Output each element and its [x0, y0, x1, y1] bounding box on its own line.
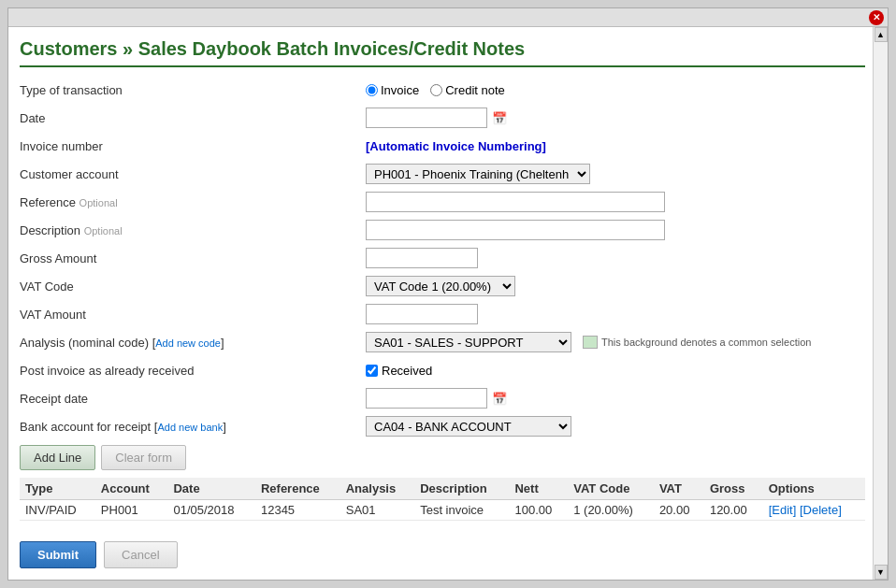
col-vat: VAT: [654, 478, 704, 500]
scroll-up-arrow[interactable]: ▲: [874, 27, 888, 42]
edit-link[interactable]: [Edit]: [769, 503, 797, 517]
action-row: Add Line Clear form: [20, 445, 865, 470]
invoice-number-row: Invoice number [Automatic Invoice Number…: [20, 135, 865, 157]
table-row: INV/PAIDPH00101/05/201812345SA01Test inv…: [20, 500, 865, 521]
table-cell: Test invoice: [414, 500, 509, 521]
table-cell: 120.00: [704, 500, 763, 521]
date-input[interactable]: 01/05/2018: [366, 108, 487, 128]
cancel-button[interactable]: Cancel: [104, 541, 177, 568]
scroll-down-arrow[interactable]: ▼: [874, 565, 888, 580]
add-line-button[interactable]: Add Line: [20, 445, 95, 470]
table-cell: 1 (20.00%): [568, 500, 654, 521]
col-analysis: Analysis: [340, 478, 414, 500]
scrollbar[interactable]: ▲ ▼: [873, 27, 888, 580]
col-vat-code: VAT Code: [568, 478, 654, 500]
submit-button[interactable]: Submit: [20, 541, 96, 568]
receipt-date-row: Receipt date 01/05/2018 📅: [20, 387, 865, 409]
analysis-control: SA01 - SALES - SUPPORT This background d…: [366, 332, 865, 352]
col-gross: Gross: [704, 478, 763, 500]
vat-amount-control: 12.00: [366, 304, 865, 324]
date-label: Date: [20, 111, 366, 125]
credit-note-radio-label[interactable]: Credit note: [430, 83, 505, 97]
reference-optional: Optional: [79, 197, 118, 208]
receipt-date-input[interactable]: 01/05/2018: [366, 388, 487, 409]
bank-account-label: Bank account for receipt [Add new bank]: [20, 420, 366, 434]
table-cell: 20.00: [654, 500, 704, 521]
col-date: Date: [167, 478, 254, 500]
received-label: Received: [382, 364, 432, 378]
reference-input[interactable]: 12532: [366, 192, 665, 212]
common-bg-indicator: This background denotes a common selecti…: [583, 336, 811, 349]
received-checkbox-row: Received: [366, 364, 432, 378]
description-label: Description Optional: [20, 223, 366, 237]
receipt-date-label: Receipt date: [20, 392, 366, 406]
vat-amount-label: VAT Amount: [20, 308, 366, 322]
gross-amount-input[interactable]: 72.00: [366, 248, 478, 268]
invoice-number-control: [Automatic Invoice Numbering]: [366, 139, 865, 153]
invoice-number-label: Invoice number: [20, 139, 366, 153]
submit-row: Submit Cancel: [20, 541, 178, 568]
date-calendar-icon[interactable]: 📅: [491, 109, 508, 126]
gross-amount-row: Gross Amount 72.00: [20, 247, 865, 269]
auto-invoice-text: [Automatic Invoice Numbering]: [366, 139, 546, 153]
customer-account-select[interactable]: PH001 - Phoenix Training (Cheltenh: [366, 164, 590, 184]
description-input[interactable]: Test Invoice 2: [366, 220, 665, 240]
description-control: Test Invoice 2: [366, 220, 865, 240]
post-invoice-control: Received: [366, 364, 865, 378]
add-new-code-link[interactable]: Add new code: [155, 337, 221, 349]
add-new-bank-link[interactable]: Add new bank: [157, 422, 223, 433]
transaction-type-label: Type of transaction: [20, 83, 366, 97]
common-bg-box: [583, 336, 598, 349]
table-cell: 01/05/2018: [167, 500, 254, 521]
bank-account-row: Bank account for receipt [Add new bank] …: [20, 415, 865, 437]
invoice-radio-label[interactable]: Invoice: [366, 83, 419, 97]
description-row: Description Optional Test Invoice 2: [20, 219, 865, 241]
col-account: Account: [95, 478, 168, 500]
table-cell: INV/PAID: [20, 500, 95, 521]
credit-note-radio[interactable]: [430, 84, 442, 96]
bank-account-control: CA04 - BANK ACCOUNT: [366, 416, 865, 437]
received-checkbox[interactable]: [366, 365, 378, 377]
gross-amount-control: 72.00: [366, 248, 865, 268]
clear-form-button[interactable]: Clear form: [101, 445, 186, 470]
receipt-date-calendar-icon[interactable]: 📅: [491, 390, 508, 407]
analysis-label: Analysis (nominal code) [Add new code]: [20, 336, 366, 350]
delete-link[interactable]: [Delete]: [800, 503, 842, 517]
table-options-cell: [Edit] [Delete]: [763, 500, 865, 521]
vat-code-select[interactable]: VAT Code 1 (20.00%): [366, 276, 515, 296]
vat-amount-row: VAT Amount 12.00: [20, 303, 865, 325]
post-invoice-row: Post invoice as already received Receive…: [20, 359, 865, 381]
invoices-table: Type Account Date Reference Analysis Des…: [20, 478, 865, 521]
col-type: Type: [20, 478, 95, 500]
bank-account-select[interactable]: CA04 - BANK ACCOUNT: [366, 416, 571, 437]
col-options: Options: [763, 478, 865, 500]
table-header-row: Type Account Date Reference Analysis Des…: [20, 478, 865, 500]
post-invoice-label: Post invoice as already received: [20, 364, 366, 378]
reference-row: Reference Optional 12532: [20, 191, 865, 213]
vat-amount-input[interactable]: 12.00: [366, 304, 478, 324]
vat-code-row: VAT Code VAT Code 1 (20.00%): [20, 275, 865, 297]
transaction-type-control: Invoice Credit note: [366, 83, 865, 97]
common-bg-text: This background denotes a common selecti…: [601, 337, 811, 348]
receipt-date-control: 01/05/2018 📅: [366, 388, 865, 409]
analysis-select[interactable]: SA01 - SALES - SUPPORT: [366, 332, 571, 352]
col-reference: Reference: [255, 478, 340, 500]
description-optional: Optional: [84, 225, 123, 237]
transaction-type-row: Type of transaction Invoice Credit note: [20, 79, 865, 101]
vat-code-control: VAT Code 1 (20.00%): [366, 276, 865, 296]
date-row: Date 01/05/2018 📅: [20, 107, 865, 129]
title-bar: ✕: [8, 8, 888, 27]
invoice-radio[interactable]: [366, 84, 378, 96]
customer-account-label: Customer account: [20, 167, 366, 181]
date-control: 01/05/2018 📅: [366, 108, 865, 128]
reference-label: Reference Optional: [20, 195, 366, 209]
table-cell: PH001: [95, 500, 168, 521]
invoice-radio-text: Invoice: [381, 83, 419, 97]
reference-control: 12532: [366, 192, 865, 212]
customer-account-control: PH001 - Phoenix Training (Cheltenh: [366, 164, 865, 184]
table-cell: 12345: [255, 500, 340, 521]
gross-amount-label: Gross Amount: [20, 251, 366, 265]
table-cell: SA01: [340, 500, 414, 521]
close-button[interactable]: ✕: [869, 10, 884, 25]
col-description: Description: [414, 478, 509, 500]
